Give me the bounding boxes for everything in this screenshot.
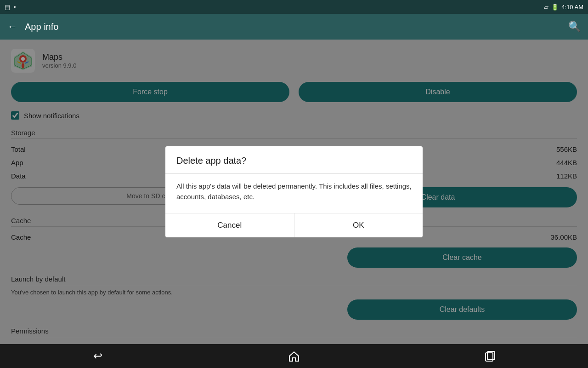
dialog-body: All this app's data will be deleted perm… — [165, 174, 423, 213]
search-button[interactable]: 🔍 — [568, 21, 581, 33]
back-button[interactable]: ← — [7, 21, 17, 33]
dialog-ok-button[interactable]: OK — [294, 213, 423, 237]
bottom-nav: ↩ — [0, 344, 588, 368]
sd-icon: ▱ — [544, 4, 548, 11]
app-bar-left: ← App info — [7, 21, 58, 33]
status-bar-right: ▱ 🔋 4:10 AM — [544, 4, 583, 11]
app-bar-title: App info — [25, 22, 58, 32]
dialog-cancel-button[interactable]: Cancel — [165, 213, 294, 237]
notification-dot-icon: • — [14, 4, 16, 11]
dialog-title: Delete app data? — [165, 146, 423, 174]
nav-back-button[interactable]: ↩ — [87, 345, 109, 367]
dialog-actions: Cancel OK — [165, 213, 423, 237]
main-content: Maps version 9.9.0 Force stop Disable Sh… — [0, 40, 588, 344]
battery-icon: 🔋 — [551, 4, 559, 11]
status-bar-left: ▤ • — [5, 4, 16, 11]
app-bar: ← App info 🔍 — [0, 14, 588, 40]
sim-icon: ▤ — [5, 4, 10, 11]
delete-dialog: Delete app data? All this app's data wil… — [165, 146, 423, 237]
nav-recent-button[interactable] — [479, 345, 501, 367]
status-bar: ▤ • ▱ 🔋 4:10 AM — [0, 0, 588, 14]
status-time: 4:10 AM — [561, 4, 583, 11]
nav-home-button[interactable] — [283, 345, 305, 367]
